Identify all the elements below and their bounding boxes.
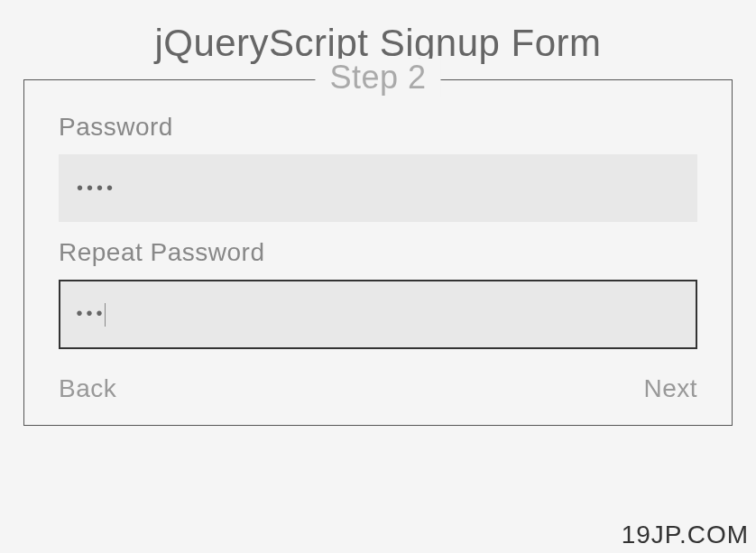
watermark: 19JP.COM: [622, 521, 749, 549]
next-button[interactable]: Next: [643, 374, 697, 403]
repeat-password-group: Repeat Password •••: [59, 238, 697, 349]
step-fieldset: Step 2 Password •••• Repeat Password •••…: [23, 79, 733, 426]
password-label: Password: [59, 113, 697, 142]
back-button[interactable]: Back: [59, 374, 116, 403]
password-input[interactable]: ••••: [59, 154, 697, 222]
repeat-password-input[interactable]: •••: [59, 280, 697, 349]
text-cursor: [105, 303, 106, 327]
repeat-password-label: Repeat Password: [59, 238, 697, 267]
step-legend: Step 2: [315, 59, 440, 97]
password-group: Password ••••: [59, 113, 697, 222]
button-row: Back Next: [59, 374, 697, 403]
